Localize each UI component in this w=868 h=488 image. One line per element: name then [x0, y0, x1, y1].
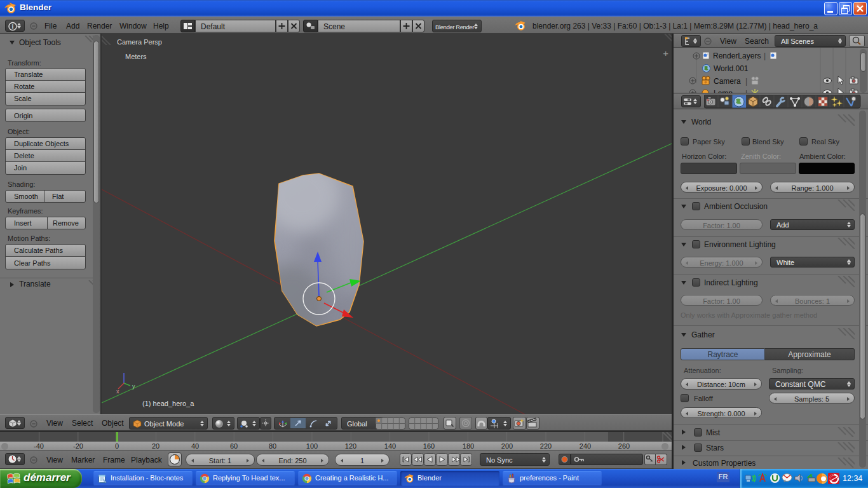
svg-text:x: x: [116, 388, 119, 395]
svg-text:80: 80: [269, 442, 276, 450]
svg-text:i: i: [12, 23, 14, 30]
svg-text:240: 240: [580, 442, 591, 450]
svg-text:-40: -40: [34, 442, 44, 450]
svg-text:140: 140: [384, 442, 396, 450]
svg-text:0: 0: [115, 442, 119, 450]
svg-text:120: 120: [345, 442, 356, 450]
svg-text:-20: -20: [73, 442, 83, 450]
svg-text:260: 260: [618, 442, 630, 450]
svg-text:200: 200: [501, 442, 513, 450]
svg-text:220: 220: [540, 442, 552, 450]
svg-text:40: 40: [191, 442, 199, 450]
svg-text:160: 160: [423, 442, 435, 450]
svg-text:180: 180: [463, 442, 474, 450]
svg-text:100: 100: [306, 442, 318, 450]
svg-text:y: y: [132, 383, 135, 390]
svg-text:20: 20: [152, 442, 159, 450]
svg-text:60: 60: [230, 442, 238, 450]
